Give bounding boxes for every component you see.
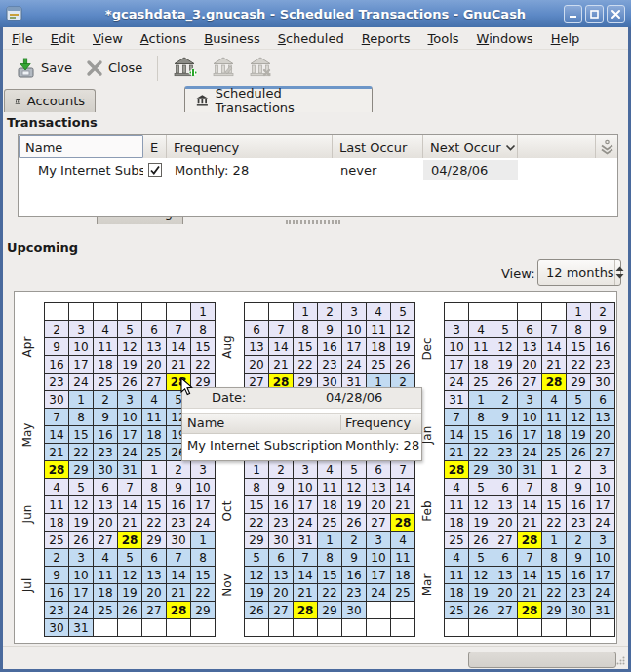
calendar-day[interactable]: 12 xyxy=(469,496,493,514)
calendar-day[interactable]: 23 xyxy=(167,514,191,532)
calendar-day[interactable]: 18 xyxy=(142,426,167,444)
calendar-day[interactable]: 25 xyxy=(367,356,391,374)
calendar-day[interactable]: 12 xyxy=(69,496,94,514)
calendar-day[interactable]: 2 xyxy=(167,461,191,479)
calendar-day[interactable]: 7 xyxy=(167,321,191,338)
calendar-day[interactable]: 3 xyxy=(191,461,216,479)
calendar-day[interactable]: 24 xyxy=(591,514,615,532)
column-header-enabled[interactable]: E xyxy=(143,135,167,158)
calendar-day[interactable]: 17 xyxy=(591,496,615,514)
calendar-day[interactable]: 22 xyxy=(245,514,269,532)
calendar-day[interactable]: 16 xyxy=(567,567,591,584)
calendar-day[interactable]: 12 xyxy=(493,338,518,356)
calendar-day[interactable]: 20 xyxy=(94,514,118,532)
calendar-day[interactable]: 14 xyxy=(118,496,142,514)
calendar-day[interactable]: 25 xyxy=(94,602,118,619)
calendar-day[interactable]: 21 xyxy=(542,356,567,374)
calendar-day[interactable]: 28 xyxy=(118,532,142,549)
calendar-day[interactable]: 21 xyxy=(294,584,318,602)
calendar-day[interactable]: 4 xyxy=(469,321,493,338)
calendar-day[interactable]: 27 xyxy=(142,374,167,391)
calendar-day[interactable]: 18 xyxy=(391,567,415,584)
calendar-day[interactable]: 3 xyxy=(591,532,615,549)
calendar-day[interactable]: 25 xyxy=(45,532,69,549)
calendar-day[interactable]: 2 xyxy=(342,532,367,549)
calendar-day[interactable]: 19 xyxy=(342,496,367,514)
calendar-day[interactable]: 15 xyxy=(245,496,269,514)
calendar-day[interactable]: 9 xyxy=(567,549,591,567)
calendar-day[interactable]: 4 xyxy=(367,303,391,321)
enabled-checkbox[interactable] xyxy=(148,163,162,177)
calendar-day[interactable]: 29 xyxy=(318,602,342,619)
calendar-day[interactable]: 26 xyxy=(493,374,518,391)
combo-spinner-icon[interactable] xyxy=(614,260,624,285)
maximize-button[interactable] xyxy=(585,5,604,23)
calendar-day[interactable]: 28 xyxy=(167,602,191,619)
calendar-day[interactable]: 22 xyxy=(69,444,94,461)
transaction-row[interactable]: My Internet Subscription Monthly: 28 nev… xyxy=(19,158,617,181)
calendar-day[interactable]: 8 xyxy=(542,549,567,567)
calendar-day[interactable]: 26 xyxy=(469,532,493,549)
calendar-day[interactable]: 18 xyxy=(318,496,342,514)
calendar-day[interactable]: 1 xyxy=(567,303,591,321)
calendar-day[interactable]: 22 xyxy=(469,444,493,461)
calendar-day[interactable]: 30 xyxy=(591,374,615,391)
calendar-day[interactable]: 31 xyxy=(591,602,615,619)
calendar-day[interactable]: 7 xyxy=(167,549,191,567)
calendar-day[interactable]: 9 xyxy=(342,549,367,567)
calendar-day[interactable]: 18 xyxy=(469,356,493,374)
calendar-day[interactable]: 5 xyxy=(245,549,269,567)
calendar-day[interactable]: 20 xyxy=(245,356,269,374)
calendar-day[interactable]: 19 xyxy=(493,356,518,374)
tab-accounts[interactable]: Accounts xyxy=(4,89,96,112)
calendar-day[interactable]: 21 xyxy=(391,496,415,514)
calendar-day[interactable]: 31 xyxy=(118,461,142,479)
calendar-day[interactable]: 21 xyxy=(118,514,142,532)
calendar-day[interactable]: 14 xyxy=(45,426,69,444)
calendar-day[interactable]: 23 xyxy=(567,514,591,532)
menu-scheduled[interactable]: Scheduled xyxy=(269,29,353,48)
calendar-day[interactable]: 18 xyxy=(45,514,69,532)
calendar-day[interactable]: 9 xyxy=(567,479,591,496)
calendar-day[interactable]: 26 xyxy=(118,374,142,391)
calendar-day[interactable]: 25 xyxy=(142,444,167,461)
calendar-day[interactable]: 5 xyxy=(69,479,94,496)
menu-business[interactable]: Business xyxy=(195,29,268,48)
calendar-day[interactable]: 13 xyxy=(518,338,542,356)
calendar-day[interactable]: 6 xyxy=(591,391,615,409)
calendar-day[interactable]: 14 xyxy=(167,338,191,356)
calendar-day[interactable]: 9 xyxy=(493,409,518,426)
calendar-day[interactable]: 18 xyxy=(445,584,469,602)
calendar-day[interactable]: 4 xyxy=(45,479,69,496)
calendar-day[interactable]: 8 xyxy=(142,479,167,496)
calendar-day[interactable]: 8 xyxy=(191,321,216,338)
calendar-day[interactable]: 21 xyxy=(518,584,542,602)
calendar-day[interactable]: 11 xyxy=(318,479,342,496)
calendar-day[interactable]: 10 xyxy=(69,338,94,356)
calendar-day[interactable]: 8 xyxy=(542,479,567,496)
calendar-day[interactable]: 6 xyxy=(493,479,518,496)
calendar-day[interactable]: 17 xyxy=(294,496,318,514)
calendar-day[interactable]: 26 xyxy=(391,356,415,374)
calendar-day[interactable]: 5 xyxy=(567,391,591,409)
calendar-day[interactable]: 11 xyxy=(542,409,567,426)
calendar-day[interactable]: 16 xyxy=(167,496,191,514)
calendar-day[interactable]: 25 xyxy=(469,374,493,391)
calendar-day[interactable]: 14 xyxy=(269,338,294,356)
column-header-frequency[interactable]: Frequency xyxy=(167,135,333,158)
calendar-day[interactable]: 25 xyxy=(318,514,342,532)
calendar-day[interactable]: 7 xyxy=(518,479,542,496)
calendar-day[interactable]: 30 xyxy=(493,461,518,479)
calendar-day[interactable]: 7 xyxy=(518,549,542,567)
calendar-day[interactable]: 11 xyxy=(94,567,118,584)
calendar-day[interactable]: 30 xyxy=(269,532,294,549)
calendar-day[interactable]: 5 xyxy=(391,303,415,321)
calendar-day[interactable]: 13 xyxy=(493,496,518,514)
calendar-day[interactable]: 28 xyxy=(518,532,542,549)
calendar-day[interactable]: 4 xyxy=(542,391,567,409)
calendar-day[interactable]: 4 xyxy=(94,549,118,567)
calendar-day[interactable]: 8 xyxy=(469,409,493,426)
calendar-day[interactable]: 11 xyxy=(391,549,415,567)
menu-actions[interactable]: Actions xyxy=(132,29,196,48)
calendar-day[interactable]: 22 xyxy=(142,514,167,532)
